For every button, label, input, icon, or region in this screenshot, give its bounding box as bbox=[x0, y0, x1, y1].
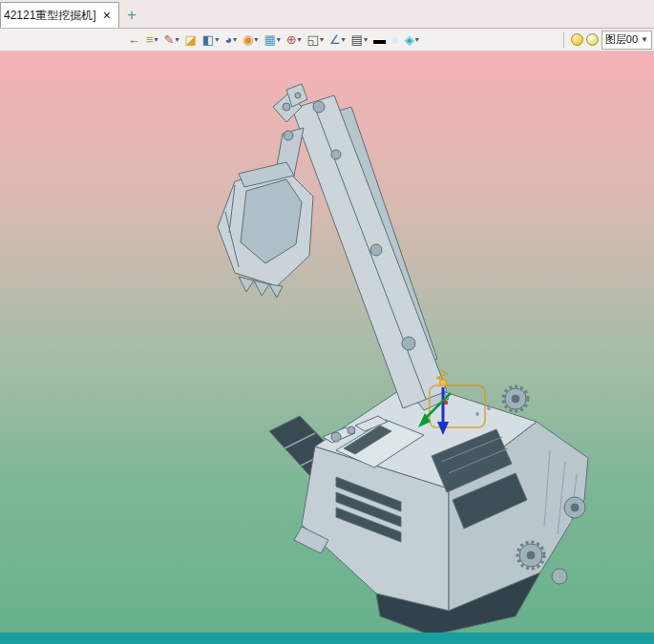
layers-stack-button[interactable]: ≡▾ bbox=[144, 31, 160, 50]
solid-cube-icon: ◧ bbox=[202, 33, 214, 46]
appearance-ball-button[interactable]: ◕▾ bbox=[222, 31, 239, 50]
scene-image-button[interactable]: ▦▾ bbox=[262, 31, 282, 50]
display-monitor-button[interactable]: ▤▾ bbox=[349, 31, 369, 50]
measure-angle-icon: ∠ bbox=[329, 33, 341, 46]
exit-environment-button[interactable]: ← bbox=[126, 31, 142, 50]
bucket[interactable] bbox=[218, 162, 313, 298]
line-weight-button[interactable]: ▬ bbox=[371, 31, 388, 50]
chevron-down-icon[interactable]: ▾ bbox=[415, 36, 419, 44]
chevron-down-icon[interactable]: ▾ bbox=[176, 36, 179, 44]
chevron-down-icon[interactable]: ▾ bbox=[277, 36, 281, 44]
chevron-down-icon[interactable]: ▾ bbox=[298, 36, 302, 44]
viewport-window-button[interactable]: ◱▾ bbox=[306, 31, 326, 50]
layer-selector-label: 图层00 bbox=[605, 32, 638, 47]
main-toolbar: ←≡▾✎▾◪◧▾◕▾◉▾▦▾⊕▾◱▾∠▾▤▾▬■◈▾ 图层00 ▼ bbox=[0, 29, 654, 52]
pivot-dot bbox=[444, 401, 448, 405]
origin-target-button[interactable]: ⊕▾ bbox=[285, 31, 304, 50]
chevron-down-icon[interactable]: ▾ bbox=[320, 36, 324, 44]
chevron-down-icon[interactable]: ▾ bbox=[215, 36, 219, 44]
face-style-button[interactable]: ■ bbox=[390, 31, 401, 50]
extrude-box-button[interactable]: ◪ bbox=[183, 31, 199, 50]
chevron-down-icon[interactable]: ▾ bbox=[364, 36, 368, 44]
document-tab[interactable]: 42121重型挖掘机] × bbox=[0, 2, 119, 28]
excavator-model[interactable] bbox=[218, 84, 588, 633]
layer-selector[interactable]: 图层00 ▼ bbox=[601, 31, 652, 50]
layers-stack-icon: ≡ bbox=[146, 33, 154, 46]
chevron-down-icon[interactable]: ▾ bbox=[155, 36, 158, 44]
model-canvas[interactable] bbox=[0, 52, 654, 633]
chevron-down-icon[interactable]: ▾ bbox=[342, 36, 346, 44]
sketch-pencil-button[interactable]: ✎▾ bbox=[162, 31, 181, 50]
viewport-3d[interactable] bbox=[0, 52, 654, 633]
viewport-window-icon: ◱ bbox=[307, 33, 319, 46]
chevron-down-icon[interactable]: ▾ bbox=[254, 36, 258, 44]
light-bulb-icon[interactable] bbox=[571, 33, 583, 46]
toolbar-separator bbox=[563, 32, 564, 48]
surface-style-button[interactable]: ◈▾ bbox=[403, 31, 421, 50]
new-tab-button[interactable]: + bbox=[119, 3, 144, 28]
material-sphere-icon[interactable] bbox=[586, 33, 599, 46]
chevron-down-icon: ▼ bbox=[641, 35, 648, 44]
color-wheel-button[interactable]: ◉▾ bbox=[241, 31, 260, 50]
toolbar-right-group: 图层00 ▼ bbox=[559, 31, 652, 50]
color-wheel-icon: ◉ bbox=[243, 33, 253, 46]
origin-target-icon: ⊕ bbox=[286, 33, 297, 46]
line-weight-icon: ▬ bbox=[373, 33, 386, 46]
document-tab-bar: 42121重型挖掘机] × + bbox=[0, 0, 654, 29]
surface-style-icon: ◈ bbox=[405, 33, 414, 46]
sketch-pencil-icon: ✎ bbox=[164, 33, 175, 46]
excavator-body[interactable] bbox=[294, 382, 588, 611]
chevron-down-icon[interactable]: ▾ bbox=[233, 36, 237, 44]
solid-cube-button[interactable]: ◧▾ bbox=[200, 31, 221, 50]
exit-environment-icon: ← bbox=[128, 33, 140, 46]
face-style-icon: ■ bbox=[391, 33, 399, 46]
scene-image-icon: ▦ bbox=[264, 33, 275, 46]
tab-close-icon[interactable]: × bbox=[103, 9, 111, 22]
cad-application-window: 42121重型挖掘机] × + ←≡▾✎▾◪◧▾◕▾◉▾▦▾⊕▾◱▾∠▾▤▾▬■… bbox=[0, 0, 654, 644]
document-tab-label: 42121重型挖掘机] bbox=[4, 8, 96, 24]
extrude-box-icon: ◪ bbox=[185, 33, 197, 46]
toolbar-items: ←≡▾✎▾◪◧▾◕▾◉▾▦▾⊕▾◱▾∠▾▤▾▬■◈▾ bbox=[126, 31, 421, 50]
measure-angle-button[interactable]: ∠▾ bbox=[327, 31, 348, 50]
appearance-ball-icon: ◕ bbox=[224, 33, 232, 46]
origin-marker bbox=[440, 380, 447, 386]
bottom-bar bbox=[0, 633, 654, 644]
display-monitor-icon: ▤ bbox=[351, 33, 363, 46]
